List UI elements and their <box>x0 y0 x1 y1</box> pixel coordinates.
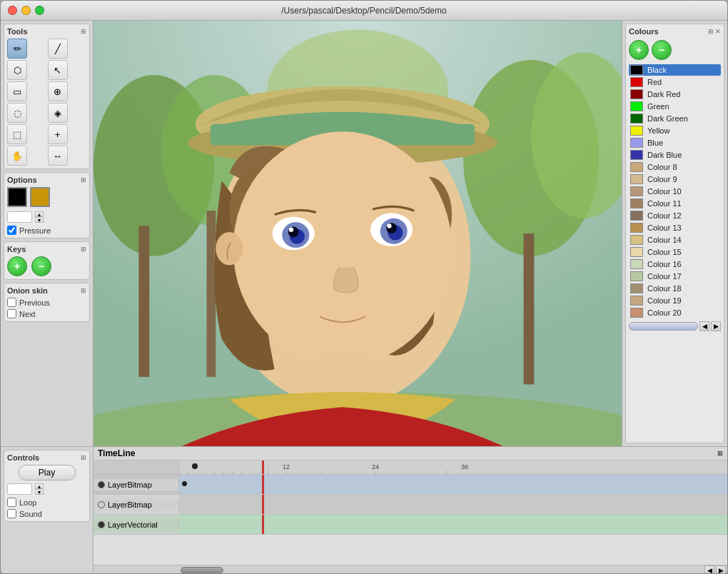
colour-item-2[interactable]: Dark Red <box>629 89 721 100</box>
sound-checkbox[interactable] <box>7 509 16 518</box>
size-spinner-buttons[interactable]: ▲ ▼ <box>35 211 44 223</box>
colour-item-20[interactable]: Colour 20 <box>629 307 721 318</box>
colour-item-3[interactable]: Green <box>629 101 721 112</box>
layer-name-0[interactable]: LayerBitmap <box>93 479 179 490</box>
background-color[interactable] <box>30 187 50 207</box>
colour-item-18[interactable]: Colour 18 <box>629 283 721 294</box>
timeline-scrollbar[interactable]: ◀ ▶ <box>93 565 727 574</box>
add-colour-button[interactable]: + <box>629 40 649 60</box>
options-pin[interactable]: ⊞ <box>81 176 86 183</box>
canvas-container[interactable] <box>93 21 622 446</box>
hand-tool[interactable]: ✋ <box>7 146 27 166</box>
foreground-color[interactable] <box>7 187 27 207</box>
timeline-right-arrow[interactable]: ▶ <box>716 565 726 575</box>
next-label[interactable]: Next <box>19 310 36 318</box>
colour-item-6[interactable]: Blue <box>629 137 721 148</box>
scrollbar-thumb[interactable] <box>181 567 223 574</box>
frame-up-button[interactable]: ▲ <box>35 483 44 489</box>
colour-item-17[interactable]: Colour 17 <box>629 271 721 282</box>
frame-down-button[interactable]: ▼ <box>35 489 44 495</box>
maximize-button[interactable] <box>35 6 44 15</box>
colour-item-19[interactable]: Colour 19 <box>629 295 721 306</box>
colours-close[interactable]: ✕ <box>715 28 721 35</box>
keys-title: Keys <box>7 245 26 253</box>
frame-input[interactable]: 12 <box>7 483 32 495</box>
play-button[interactable]: Play <box>19 465 76 480</box>
timeline-left-arrow[interactable]: ◀ <box>704 565 714 575</box>
colours-scroll-right[interactable]: ▶ <box>711 321 721 331</box>
layer-row-0: LayerBitmap <box>93 475 727 495</box>
colour-item-7[interactable]: Dark Blue <box>629 149 721 161</box>
colour-item-10[interactable]: Colour 10 <box>629 186 721 197</box>
lasso-tool[interactable]: ⬚ <box>7 124 27 144</box>
controls-pin[interactable]: ⊞ <box>81 454 86 461</box>
colour-item-13[interactable]: Colour 13 <box>629 222 721 233</box>
timeline-pin[interactable]: ⊞ <box>717 450 723 457</box>
colour-swatch-5 <box>630 126 643 136</box>
previous-label[interactable]: Previous <box>19 298 50 307</box>
size-up-button[interactable]: ▲ <box>35 211 44 217</box>
colour-swatch-4 <box>630 114 643 124</box>
remove-key-button[interactable]: − <box>31 256 51 276</box>
minimize-button[interactable] <box>21 6 31 15</box>
colour-item-5[interactable]: Yellow <box>629 125 721 136</box>
svg-rect-7 <box>207 211 216 377</box>
previous-checkbox[interactable] <box>7 298 16 307</box>
transform-tool[interactable]: + <box>48 124 68 144</box>
colour-item-16[interactable]: Colour 16 <box>629 258 721 270</box>
track-2[interactable] <box>179 515 727 534</box>
layer-label-2: LayerVectorial <box>108 520 158 529</box>
size-input[interactable]: 2.0 <box>7 211 32 223</box>
colour-item-11[interactable]: Colour 11 <box>629 198 721 209</box>
pencil-tool[interactable]: ✏ <box>7 39 27 59</box>
select-tool[interactable]: ↖ <box>48 60 68 80</box>
frame-spinner[interactable]: ▲ ▼ <box>35 483 44 495</box>
tools-pin[interactable]: ⊞ <box>81 28 86 35</box>
colour-item-9[interactable]: Colour 9 <box>629 173 721 185</box>
colour-item-12[interactable]: Colour 12 <box>629 210 721 221</box>
sound-label[interactable]: Sound <box>19 510 42 518</box>
line-tool[interactable]: ╱ <box>48 39 68 59</box>
colour-item-8[interactable]: Colour 8 <box>629 161 721 173</box>
layer-name-1[interactable]: LayerBitmap <box>93 499 179 510</box>
layer-name-2[interactable]: LayerVectorial <box>93 519 179 530</box>
window-controls[interactable] <box>8 6 44 15</box>
stamp-tool[interactable]: ◈ <box>48 103 68 123</box>
pressure-checkbox[interactable] <box>7 226 16 235</box>
smudge-tool[interactable]: ◌ <box>7 103 27 123</box>
track-1[interactable] <box>179 495 727 514</box>
colours-scrollbar[interactable]: ◀ ▶ <box>629 321 721 331</box>
next-checkbox[interactable] <box>7 309 16 318</box>
colour-item-15[interactable]: Colour 15 <box>629 246 721 258</box>
colours-title: Colours <box>629 27 659 36</box>
colour-item-4[interactable]: Dark Green <box>629 113 721 124</box>
colour-item-0[interactable]: Black <box>629 64 721 76</box>
canvas-drawing[interactable] <box>93 21 622 446</box>
colour-item-1[interactable]: Red <box>629 76 721 88</box>
remove-colour-button[interactable]: − <box>652 40 672 60</box>
loop-checkbox[interactable] <box>7 498 16 507</box>
size-down-button[interactable]: ▼ <box>35 217 44 223</box>
timeline-ruler[interactable]: 12 24 36 <box>179 460 727 474</box>
colour-swatch-13 <box>630 223 643 233</box>
loop-label[interactable]: Loop <box>19 498 36 507</box>
eyedropper-tool[interactable]: ⊕ <box>48 81 68 101</box>
controls-panel: Controls ⊞ Play 12 ▲ ▼ Loop So <box>1 447 93 574</box>
arrow-tool[interactable]: ↔ <box>48 146 68 166</box>
colours-scroll-left[interactable]: ◀ <box>699 321 709 331</box>
onion-pin[interactable]: ⊞ <box>81 287 86 294</box>
keys-pin[interactable]: ⊞ <box>81 246 86 253</box>
bucket-tool[interactable]: ⬡ <box>7 60 27 80</box>
pressure-label[interactable]: Pressure <box>19 226 51 235</box>
right-panel: Colours ⊞ ✕ + − BlackRedDark RedGreenDar… <box>622 21 727 446</box>
bottom-area: Controls ⊞ Play 12 ▲ ▼ Loop So <box>1 446 727 574</box>
colour-item-14[interactable]: Colour 14 <box>629 234 721 246</box>
track-0[interactable] <box>179 475 727 494</box>
colours-scroll-thumb[interactable] <box>629 322 698 331</box>
eraser-tool[interactable]: ▭ <box>7 81 27 101</box>
colour-swatch-9 <box>630 174 643 184</box>
close-button[interactable] <box>8 6 17 15</box>
colours-undock[interactable]: ⊞ <box>708 28 714 35</box>
tools-grid: ✏ ╱ ⬡ ↖ ▭ ⊕ ◌ ◈ ⬚ + ✋ ↔ <box>7 39 86 166</box>
add-key-button[interactable]: + <box>7 256 27 276</box>
